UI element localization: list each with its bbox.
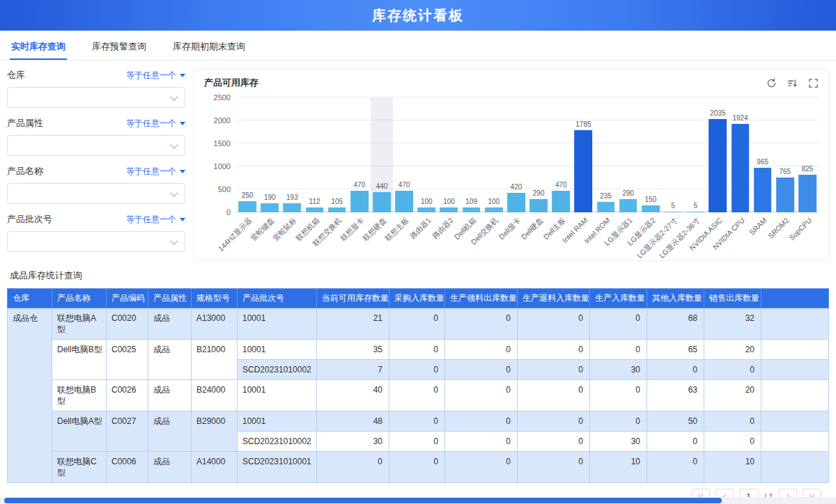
bar-slot-16[interactable]: 235 bbox=[595, 97, 617, 212]
quantity-cell: 0 bbox=[704, 432, 761, 452]
table-header-row: 仓库产品名称产品编码产品属性规格型号产品批次号当前可用库存数量采购入库数量生产领… bbox=[8, 289, 829, 308]
bar-slot-2[interactable]: 193 bbox=[281, 97, 303, 212]
bar-slot-23[interactable]: 965 bbox=[752, 97, 774, 212]
bar-slot-3[interactable]: 112 bbox=[303, 97, 325, 212]
empty-cell bbox=[761, 340, 829, 360]
warehouse-cell: 成品仓 bbox=[8, 308, 52, 483]
tab-inventory-warning-query[interactable]: 库存预警查询 bbox=[91, 40, 148, 60]
quantity-cell: 0 bbox=[704, 360, 761, 380]
chart-plot: 2501901931121054704404701001001091004202… bbox=[236, 97, 819, 212]
product-code-cell: C0006 bbox=[107, 452, 148, 483]
bar-slot-15[interactable]: 1785 bbox=[572, 97, 594, 212]
bar-value-label: 112 bbox=[309, 198, 320, 205]
quantity-cell: 0 bbox=[445, 432, 518, 452]
bar-slot-19[interactable]: 5 bbox=[662, 97, 684, 212]
column-header-6: 当前可用库存数量 bbox=[317, 289, 389, 308]
quantity-cell: 0 bbox=[445, 308, 518, 340]
bar-slot-21[interactable]: 2035 bbox=[706, 97, 729, 212]
caret-down-icon bbox=[180, 218, 185, 221]
bar-slot-7[interactable]: 470 bbox=[393, 97, 415, 212]
fullscreen-icon[interactable] bbox=[807, 77, 819, 88]
filter-label-row: 产品名称等于任意一个 bbox=[7, 165, 185, 178]
column-header-10: 生产入库数量 bbox=[590, 289, 647, 308]
bar bbox=[284, 203, 302, 212]
quantity-cell: 50 bbox=[647, 411, 704, 432]
bar-slot-1[interactable]: 190 bbox=[258, 97, 281, 212]
table-row[interactable]: 联想电脑B型C0026成品B24000100014000006320 bbox=[8, 380, 829, 411]
bar-slot-25[interactable]: 825 bbox=[796, 97, 819, 212]
column-header-11: 其他入库数量 bbox=[647, 289, 704, 308]
bar-slot-10[interactable]: 109 bbox=[460, 97, 483, 212]
bar-value-label: 825 bbox=[802, 165, 814, 173]
bar-slot-14[interactable]: 470 bbox=[550, 97, 572, 212]
quantity-cell: 32 bbox=[704, 308, 761, 340]
bar-value-label: 470 bbox=[354, 181, 366, 189]
quantity-cell: 48 bbox=[317, 411, 389, 432]
bar-value-label: 2035 bbox=[710, 109, 725, 117]
product-name-cell: 联想电脑A型 bbox=[52, 308, 107, 340]
chevron-down-icon bbox=[170, 93, 178, 100]
x-axis-label: 144HZ显示器 bbox=[217, 216, 254, 253]
table-row[interactable]: Dell电脑A型C0027成品B2900010001480000500 bbox=[8, 411, 829, 432]
bar-slot-6[interactable]: 440 bbox=[371, 97, 393, 212]
bar-slot-24[interactable]: 765 bbox=[774, 97, 796, 212]
filter-operator-link[interactable]: 等于任意一个 bbox=[126, 118, 185, 129]
bar-slot-11[interactable]: 100 bbox=[483, 97, 505, 212]
tab-realtime-inventory-query[interactable]: 实时库存查询 bbox=[10, 40, 67, 60]
x-axis-label: SRAM bbox=[748, 216, 768, 237]
caret-down-icon bbox=[180, 74, 185, 77]
inventory-table: 仓库产品名称产品编码产品属性规格型号产品批次号当前可用库存数量采购入库数量生产领… bbox=[7, 288, 829, 483]
bar-slot-5[interactable]: 470 bbox=[348, 97, 371, 212]
bar bbox=[261, 203, 279, 212]
refresh-icon[interactable] bbox=[766, 77, 777, 88]
filter-select-warehouse[interactable] bbox=[7, 87, 185, 108]
bar-slot-22[interactable]: 1924 bbox=[729, 97, 751, 212]
horizontal-scrollbar[interactable] bbox=[0, 497, 836, 504]
tab-inventory-period-query[interactable]: 库存期初期末查询 bbox=[171, 40, 247, 60]
quantity-cell: 0 bbox=[389, 411, 445, 432]
chart-y-axis: 05001000150020002500 bbox=[204, 97, 236, 212]
table-row[interactable]: Dell电脑B型C0025成品B21000100013500006520 bbox=[8, 340, 829, 360]
bar-slot-18[interactable]: 150 bbox=[640, 97, 662, 212]
table-row[interactable]: 联想电脑C型C0006成品A14000SCD202310100010000100… bbox=[8, 452, 829, 483]
bar-value-label: 190 bbox=[264, 194, 276, 201]
bar-value-label: 290 bbox=[622, 189, 634, 197]
bar-value-label: 100 bbox=[488, 198, 500, 205]
bar-value-label: 100 bbox=[421, 198, 433, 205]
sort-icon[interactable] bbox=[787, 77, 798, 88]
bar-slot-17[interactable]: 290 bbox=[617, 97, 640, 212]
quantity-cell: 10 bbox=[704, 452, 761, 483]
bar bbox=[776, 178, 794, 212]
bar-chart: 05001000150020002500 2501901931121054704… bbox=[204, 97, 819, 255]
column-header-1: 产品名称 bbox=[52, 289, 107, 308]
filter-label-row: 仓库等于任意一个 bbox=[7, 69, 185, 81]
product-attr-cell: 成品 bbox=[148, 380, 192, 411]
filter-select-product-attr[interactable] bbox=[7, 135, 185, 156]
bar-slot-13[interactable]: 290 bbox=[527, 97, 550, 212]
batch-no-cell: SCD20231010002 bbox=[238, 432, 317, 452]
bar-slot-20[interactable]: 5 bbox=[684, 97, 706, 212]
filter-select-batch-no[interactable] bbox=[7, 231, 185, 252]
product-attr-cell: 成品 bbox=[148, 411, 192, 452]
filter-operator-link[interactable]: 等于任意一个 bbox=[126, 214, 185, 226]
bar-slot-9[interactable]: 100 bbox=[438, 97, 460, 212]
filter-operator-link[interactable]: 等于任意一个 bbox=[126, 166, 185, 178]
bar-slot-12[interactable]: 420 bbox=[505, 97, 527, 212]
bar-slot-0[interactable]: 250 bbox=[236, 97, 258, 212]
bar-slot-4[interactable]: 105 bbox=[326, 97, 348, 212]
filter-operator-link[interactable]: 等于任意一个 bbox=[126, 70, 185, 81]
column-header-3: 产品属性 bbox=[148, 289, 192, 308]
quantity-cell: 0 bbox=[389, 432, 445, 452]
table-row[interactable]: 成品仓联想电脑A型C0020成品A13000100012100006832 bbox=[8, 308, 829, 340]
scrollbar-thumb[interactable] bbox=[4, 498, 722, 503]
bar-slot-8[interactable]: 100 bbox=[415, 97, 438, 212]
bar-value-label: 109 bbox=[465, 198, 477, 205]
bar bbox=[238, 201, 256, 213]
quantity-cell: 0 bbox=[590, 308, 647, 340]
product-code-cell: C0020 bbox=[107, 308, 148, 340]
caret-down-icon bbox=[180, 170, 185, 173]
y-axis-label: 1500 bbox=[214, 139, 231, 148]
quantity-cell: 0 bbox=[647, 432, 704, 452]
empty-cell bbox=[761, 360, 829, 380]
filter-select-product-name[interactable] bbox=[7, 183, 185, 204]
